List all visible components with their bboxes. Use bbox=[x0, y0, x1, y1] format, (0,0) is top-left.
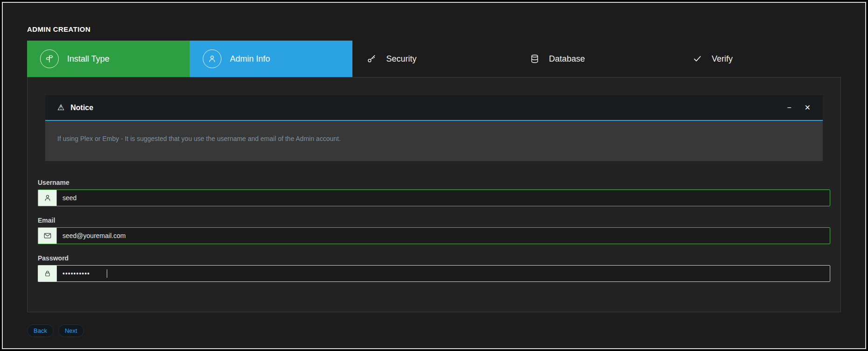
step-label: Install Type bbox=[67, 54, 110, 64]
user-icon bbox=[38, 190, 56, 206]
step-database[interactable]: Database bbox=[516, 41, 678, 77]
wizard-steps: Install Type Admin Info Security bbox=[27, 41, 841, 77]
notice-header: ⚠ Notice − ✕ bbox=[45, 95, 823, 121]
password-input[interactable] bbox=[56, 265, 830, 282]
email-input[interactable] bbox=[56, 227, 830, 244]
username-input-row bbox=[38, 190, 830, 206]
warning-icon: ⚠ bbox=[57, 104, 64, 112]
step-verify[interactable]: Verify bbox=[678, 41, 841, 77]
lock-icon bbox=[38, 265, 56, 282]
step-admin-info[interactable]: Admin Info bbox=[190, 41, 352, 77]
app-window: ADMIN CREATION Install Type Admin Info bbox=[2, 2, 866, 349]
notice-controls: − ✕ bbox=[787, 104, 811, 112]
password-field-group: Password bbox=[38, 254, 830, 282]
minimize-icon[interactable]: − bbox=[787, 104, 791, 112]
step-label: Verify bbox=[712, 54, 733, 64]
notice-title: Notice bbox=[70, 104, 93, 112]
step-label: Security bbox=[386, 54, 416, 64]
user-icon bbox=[203, 49, 221, 68]
check-icon bbox=[691, 53, 703, 65]
back-button[interactable]: Back bbox=[27, 324, 54, 337]
close-icon[interactable]: ✕ bbox=[805, 104, 811, 112]
page-title: ADMIN CREATION bbox=[27, 25, 841, 33]
notice-text: If using Plex or Emby - It is suggested … bbox=[45, 121, 823, 161]
username-input[interactable] bbox=[56, 190, 830, 206]
envelope-icon bbox=[38, 227, 56, 244]
wizard-content: ADMIN CREATION Install Type Admin Info bbox=[3, 25, 865, 349]
step-label: Database bbox=[549, 54, 585, 64]
step-install-type[interactable]: Install Type bbox=[27, 41, 190, 77]
notice-box: ⚠ Notice − ✕ If using Plex or Emby - It … bbox=[45, 95, 823, 161]
wizard-actions: Back Next bbox=[27, 324, 841, 349]
key-icon bbox=[365, 53, 378, 65]
email-input-row bbox=[38, 227, 830, 244]
signpost-icon bbox=[40, 49, 59, 68]
step-security[interactable]: Security bbox=[352, 41, 515, 77]
database-icon bbox=[529, 53, 541, 65]
username-label: Username bbox=[38, 179, 830, 186]
password-input-row bbox=[38, 265, 830, 282]
email-label: Email bbox=[38, 217, 830, 224]
admin-info-panel: ⚠ Notice − ✕ If using Plex or Emby - It … bbox=[27, 77, 841, 312]
screen: ADMIN CREATION Install Type Admin Info bbox=[0, 0, 868, 351]
text-caret bbox=[107, 269, 107, 278]
username-field-group: Username bbox=[38, 179, 830, 206]
step-label: Admin Info bbox=[230, 54, 270, 64]
password-label: Password bbox=[38, 254, 830, 262]
email-field-group: Email bbox=[38, 217, 830, 244]
next-button[interactable]: Next bbox=[58, 324, 84, 337]
